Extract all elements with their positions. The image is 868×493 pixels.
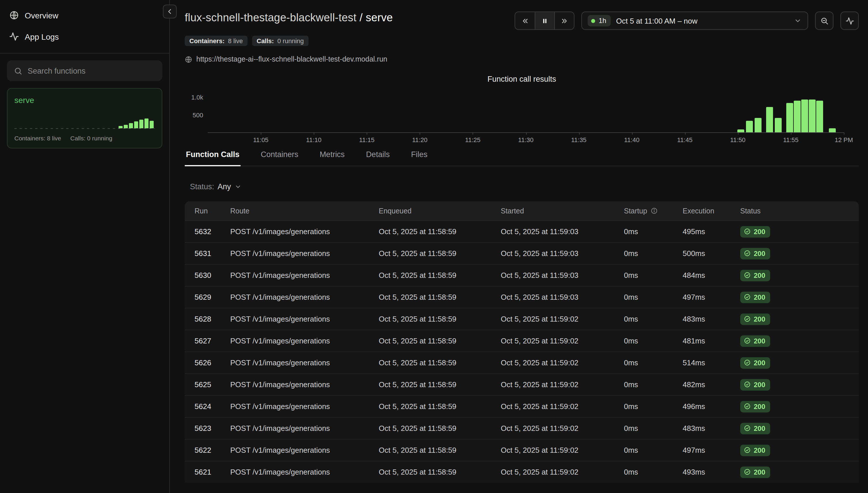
time-back-button[interactable] bbox=[515, 12, 535, 29]
table-row[interactable]: 5626POST /v1/images/generationsOct 5, 20… bbox=[185, 351, 859, 373]
metrics-shortcut-button[interactable] bbox=[840, 12, 859, 30]
badge-row: Containers: 8 liveCalls: 0 running bbox=[185, 36, 859, 46]
status-badge: 200 bbox=[740, 335, 770, 347]
function-card-calls: Calls: 0 running bbox=[70, 135, 112, 142]
status-badge: 200 bbox=[740, 248, 770, 259]
check-circle-icon bbox=[744, 447, 751, 454]
x-axis-tick bbox=[738, 132, 739, 135]
cell-run: 5631 bbox=[194, 249, 230, 258]
cell-run: 5632 bbox=[194, 227, 230, 236]
app-url-link[interactable]: https://thestage-ai--flux-schnell-blackw… bbox=[185, 55, 387, 63]
sidebar-item-label: App Logs bbox=[25, 32, 59, 41]
cell-status: 200 bbox=[740, 466, 859, 478]
cell-enqueued: Oct 5, 2025 at 11:58:59 bbox=[379, 446, 501, 454]
function-card-meta: Containers: 8 live Calls: 0 running bbox=[14, 135, 155, 142]
cell-route: POST /v1/images/generations bbox=[230, 446, 379, 454]
cell-execution: 496ms bbox=[683, 402, 740, 411]
table-row[interactable]: 5622POST /v1/images/generationsOct 5, 20… bbox=[185, 439, 859, 461]
table-row[interactable]: 5631POST /v1/images/generationsOct 5, 20… bbox=[185, 242, 859, 264]
table-row[interactable]: 5629POST /v1/images/generationsOct 5, 20… bbox=[185, 286, 859, 308]
cell-execution: 497ms bbox=[683, 446, 740, 454]
search-functions-box[interactable] bbox=[7, 60, 162, 81]
check-circle-icon bbox=[744, 250, 751, 257]
globe-icon bbox=[185, 56, 192, 63]
tab-metrics[interactable]: Metrics bbox=[318, 150, 346, 166]
tabs: Function CallsContainersMetricsDetailsFi… bbox=[185, 150, 859, 166]
status-code: 200 bbox=[754, 315, 765, 323]
sidebar-item-app-logs[interactable]: App Logs bbox=[9, 26, 160, 47]
x-axis-tick bbox=[473, 132, 473, 135]
chart-bar bbox=[766, 107, 773, 132]
y-axis-label: 1.0k bbox=[191, 94, 203, 101]
table-row[interactable]: 5624POST /v1/images/generationsOct 5, 20… bbox=[185, 395, 859, 417]
table-row[interactable]: 5632POST /v1/images/generationsOct 5, 20… bbox=[185, 220, 859, 242]
x-axis-tick bbox=[314, 132, 314, 135]
x-axis-tick bbox=[261, 132, 261, 135]
status-badge: 200 bbox=[740, 292, 770, 303]
cell-startup: 0ms bbox=[624, 249, 683, 258]
cell-enqueued: Oct 5, 2025 at 11:58:59 bbox=[379, 271, 501, 280]
cell-started: Oct 5, 2025 at 11:59:02 bbox=[501, 380, 624, 389]
status-badge: 200 bbox=[740, 270, 770, 281]
table-row[interactable]: 5627POST /v1/images/generationsOct 5, 20… bbox=[185, 329, 859, 351]
activity-icon bbox=[845, 16, 854, 25]
tab-function-calls[interactable]: Function Calls bbox=[185, 150, 241, 166]
table-body: 5632POST /v1/images/generationsOct 5, 20… bbox=[185, 220, 859, 483]
tab-files[interactable]: Files bbox=[410, 150, 429, 166]
cell-execution: 483ms bbox=[683, 424, 740, 433]
chart-bar bbox=[829, 128, 835, 132]
table-row[interactable]: 5623POST /v1/images/generationsOct 5, 20… bbox=[185, 417, 859, 439]
column-header-run: Run bbox=[194, 207, 230, 215]
check-circle-icon bbox=[744, 228, 751, 235]
time-forward-button[interactable] bbox=[554, 12, 574, 29]
cell-enqueued: Oct 5, 2025 at 11:58:59 bbox=[379, 337, 501, 345]
zoom-out-icon bbox=[820, 16, 829, 25]
cell-execution: 482ms bbox=[683, 380, 740, 389]
status-filter[interactable]: Status: Any bbox=[190, 183, 242, 191]
status-badge: 200 bbox=[740, 379, 770, 390]
x-axis-tick bbox=[579, 132, 579, 135]
table-row[interactable]: 5630POST /v1/images/generationsOct 5, 20… bbox=[185, 264, 859, 286]
sidebar-item-overview[interactable]: Overview bbox=[9, 5, 160, 26]
chart-bar bbox=[775, 118, 782, 132]
zoom-button[interactable] bbox=[815, 12, 833, 30]
status-badge: 200 bbox=[740, 466, 770, 478]
status-code: 200 bbox=[754, 271, 765, 279]
x-axis-tick bbox=[791, 132, 791, 135]
collapse-sidebar-button[interactable] bbox=[163, 5, 177, 18]
chart-plot[interactable]: 1.0k50011:0511:1011:1511:2011:2511:3011:… bbox=[208, 93, 844, 133]
cell-startup: 0ms bbox=[624, 271, 683, 280]
tab-details[interactable]: Details bbox=[365, 150, 391, 166]
x-axis-label: 11:45 bbox=[677, 136, 693, 143]
column-header-route: Route bbox=[230, 207, 379, 215]
cell-run: 5628 bbox=[194, 315, 230, 323]
cell-run: 5622 bbox=[194, 446, 230, 454]
pause-button[interactable] bbox=[535, 12, 554, 29]
sparkline-bar bbox=[134, 121, 138, 128]
cell-startup: 0ms bbox=[624, 358, 683, 367]
sparkline-bar bbox=[119, 126, 123, 128]
status-code: 200 bbox=[754, 381, 765, 389]
main-panel: flux-schnell-thestage-blackwell-test / s… bbox=[170, 0, 868, 493]
chart-bar bbox=[816, 101, 823, 132]
tab-containers[interactable]: Containers bbox=[260, 150, 299, 166]
x-axis-tick bbox=[367, 132, 368, 135]
check-circle-icon bbox=[744, 403, 751, 410]
info-icon[interactable] bbox=[651, 207, 658, 215]
x-axis-label: 11:40 bbox=[624, 136, 640, 143]
table-row[interactable]: 5628POST /v1/images/generationsOct 5, 20… bbox=[185, 308, 859, 329]
function-card-serve[interactable]: serve Containers: 8 live Calls: 0 runnin… bbox=[7, 88, 162, 148]
column-header-started: Started bbox=[501, 207, 624, 215]
status-code: 200 bbox=[754, 293, 765, 301]
cell-enqueued: Oct 5, 2025 at 11:58:59 bbox=[379, 249, 501, 258]
cell-enqueued: Oct 5, 2025 at 11:58:59 bbox=[379, 358, 501, 367]
cell-execution: 493ms bbox=[683, 468, 740, 476]
search-functions-input[interactable] bbox=[28, 66, 156, 75]
cell-enqueued: Oct 5, 2025 at 11:58:59 bbox=[379, 402, 501, 411]
table-row[interactable]: 5625POST /v1/images/generationsOct 5, 20… bbox=[185, 373, 859, 395]
cell-enqueued: Oct 5, 2025 at 11:58:59 bbox=[379, 424, 501, 433]
time-range-select[interactable]: 1h Oct 5 at 11:00 AM – now bbox=[581, 12, 808, 30]
x-axis-tick bbox=[420, 132, 420, 135]
x-axis-label: 12 PM bbox=[834, 136, 853, 143]
table-row[interactable]: 5621POST /v1/images/generationsOct 5, 20… bbox=[185, 461, 859, 483]
